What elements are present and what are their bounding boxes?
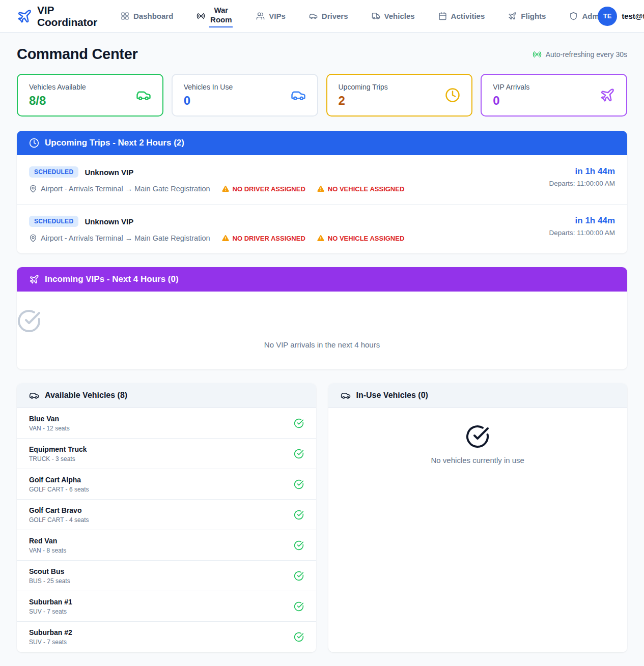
truck-icon (372, 12, 380, 20)
trip-vip-name: Unknown VIP (85, 168, 133, 177)
warning-triangle-icon (221, 234, 230, 242)
vehicles-panels: Available Vehicles (8) Blue VanVAN - 12 … (17, 383, 627, 652)
clock-icon (29, 138, 39, 148)
stat-card-upcoming-trips: Upcoming Trips 2 (326, 74, 473, 117)
stat-label: Vehicles Available (29, 83, 86, 91)
stat-label: Vehicles In Use (184, 83, 233, 91)
check-circle-icon (294, 449, 304, 459)
trip-route: Airport - Arrivals Terminal → Main Gate … (29, 234, 210, 242)
main-content: Command Center Auto-refreshing every 30s… (0, 46, 644, 652)
check-circle-icon (294, 540, 304, 551)
vehicle-row: Red VanVAN - 8 seats (17, 530, 316, 561)
warning-triangle-icon (317, 234, 325, 242)
nav-item-flights[interactable]: Flights (508, 12, 546, 20)
trip-countdown: in 1h 44m (549, 166, 615, 177)
no-driver-warning: NO DRIVER ASSIGNED (221, 185, 305, 193)
nav-item-drivers[interactable]: Drivers (309, 12, 348, 20)
trip-countdown: in 1h 44m (549, 216, 615, 226)
incoming-vips-section: Incoming VIPs - Next 4 Hours (0) No VIP … (17, 267, 627, 369)
check-circle-icon (294, 601, 304, 612)
nav-item-war-room[interactable]: War Room (197, 5, 233, 27)
incoming-vips-empty-message: No VIP arrivals in the next 4 hours (17, 340, 627, 349)
nav-item-dashboard[interactable]: Dashboard (121, 12, 173, 20)
stat-value: 2 (339, 94, 388, 108)
vehicle-row: Golf Cart BravoGOLF CART - 4 seats (17, 500, 316, 530)
no-vehicle-warning: NO VEHICLE ASSIGNED (317, 234, 404, 242)
top-navigation: VIP Coordinator Dashboard War Room VIPs … (0, 0, 644, 33)
radio-icon (197, 12, 205, 20)
grid-icon (121, 12, 129, 20)
in-use-vehicles-empty-message: No vehicles currently in use (431, 456, 524, 465)
page-header: Command Center Auto-refreshing every 30s (17, 46, 627, 63)
upcoming-trips-section: Upcoming Trips - Next 2 Hours (2) SCHEDU… (17, 131, 627, 253)
trip-route: Airport - Arrivals Terminal → Main Gate … (29, 185, 210, 193)
incoming-vips-empty-state: No VIP arrivals in the next 4 hours (17, 292, 627, 369)
auto-refresh-status: Auto-refreshing every 30s (533, 50, 627, 59)
trip-row: SCHEDULED Unknown VIP Airport - Arrivals… (17, 204, 627, 253)
plane-logo-icon (17, 9, 32, 24)
upcoming-trips-title: Upcoming Trips - Next 2 Hours (2) (45, 138, 184, 148)
check-circle-icon (294, 479, 304, 489)
stat-value: 8/8 (29, 94, 86, 108)
check-circle-icon (294, 571, 304, 581)
status-badge: SCHEDULED (29, 216, 78, 227)
user-menu[interactable]: TE test@test.com (606, 7, 644, 26)
auto-refresh-label: Auto-refreshing every 30s (546, 50, 627, 59)
upcoming-trips-header: Upcoming Trips - Next 2 Hours (2) (17, 131, 627, 155)
car-icon (341, 390, 351, 400)
avatar[interactable]: TE (598, 7, 617, 26)
map-pin-icon (29, 234, 37, 242)
stat-cards: Vehicles Available 8/8 Vehicles In Use 0… (17, 74, 627, 117)
plane-icon (600, 88, 615, 103)
plane-icon (508, 12, 517, 20)
in-use-vehicles-empty-state: No vehicles currently in use (328, 408, 628, 652)
vehicle-row: Suburban #1SUV - 7 seats (17, 591, 316, 622)
trip-departure-time: Departs: 11:00:00 AM (549, 180, 615, 187)
status-badge: SCHEDULED (29, 166, 78, 178)
stat-label: Upcoming Trips (339, 83, 388, 91)
vehicle-row: Suburban #2SUV - 7 seats (17, 622, 316, 652)
check-circle-icon (465, 424, 490, 449)
car-icon (29, 390, 39, 400)
stat-label: VIP Arrivals (493, 83, 529, 91)
car-icon (291, 88, 306, 103)
warning-triangle-icon (221, 185, 230, 193)
check-circle-icon (294, 510, 304, 520)
map-pin-icon (29, 185, 37, 193)
vehicle-row: Equipment TruckTRUCK - 3 seats (17, 439, 316, 469)
nav-item-vips[interactable]: VIPs (256, 12, 286, 20)
trip-departure-time: Departs: 11:00:00 AM (549, 229, 615, 237)
trip-row: SCHEDULED Unknown VIP Airport - Arrivals… (17, 155, 627, 204)
trip-vip-name: Unknown VIP (85, 217, 133, 226)
incoming-vips-header: Incoming VIPs - Next 4 Hours (0) (17, 267, 627, 292)
available-vehicles-panel: Available Vehicles (8) Blue VanVAN - 12 … (17, 383, 316, 652)
user-email: test@test.com (622, 12, 644, 20)
available-vehicles-title: Available Vehicles (8) (45, 391, 127, 400)
in-use-vehicles-panel: In-Use Vehicles (0) No vehicles currentl… (328, 383, 628, 652)
nav-item-vehicles[interactable]: Vehicles (372, 12, 415, 20)
no-vehicle-warning: NO VEHICLE ASSIGNED (317, 185, 404, 193)
brand-title: VIP Coordinator (37, 4, 97, 28)
stat-card-vip-arrivals: VIP Arrivals 0 (481, 74, 627, 117)
in-use-vehicles-header: In-Use Vehicles (0) (328, 383, 628, 408)
check-circle-icon (294, 418, 304, 428)
broadcast-icon (533, 50, 542, 59)
available-vehicles-header: Available Vehicles (8) (17, 383, 316, 408)
car-icon (309, 12, 318, 20)
brand[interactable]: VIP Coordinator (17, 4, 97, 28)
vehicle-row: Scout BusBUS - 25 seats (17, 561, 316, 591)
nav-items: Dashboard War Room VIPs Drivers Vehicles… (121, 5, 606, 27)
stat-card-vehicles-available: Vehicles Available 8/8 (17, 74, 163, 117)
users-icon (256, 12, 265, 20)
no-driver-warning: NO DRIVER ASSIGNED (221, 234, 305, 242)
car-icon (136, 88, 151, 103)
stat-value: 0 (184, 94, 233, 108)
incoming-vips-title: Incoming VIPs - Next 4 Hours (0) (45, 274, 179, 284)
clock-icon (445, 88, 460, 103)
check-circle-icon (294, 632, 304, 642)
nav-item-activities[interactable]: Activities (438, 12, 485, 20)
plane-icon (29, 274, 39, 284)
warning-triangle-icon (317, 185, 325, 193)
vehicle-row: Blue VanVAN - 12 seats (17, 408, 316, 439)
in-use-vehicles-title: In-Use Vehicles (0) (356, 391, 428, 400)
